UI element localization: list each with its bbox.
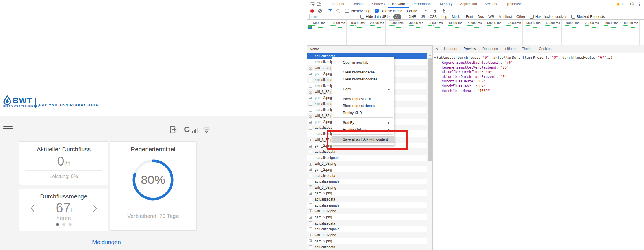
scrollbar-thumb[interactable]: [428, 58, 432, 161]
doc-file-icon: [309, 126, 312, 130]
json-property[interactable]: durchflussJahr: "309": [434, 84, 644, 89]
menu-item-block-request-url[interactable]: Block request URL: [332, 95, 394, 102]
submenu-arrow-icon: ▶: [388, 126, 390, 133]
filter-chip-js[interactable]: JS: [421, 15, 425, 19]
details-tab-response[interactable]: Response: [479, 46, 501, 52]
export-har-icon[interactable]: [441, 8, 447, 14]
request-row[interactable]: wifi_3_32.png: [307, 208, 427, 214]
request-row[interactable]: actualizesignals: [307, 155, 427, 161]
search-icon[interactable]: [335, 8, 341, 14]
filter-chip-css[interactable]: CSS: [430, 15, 437, 19]
filter-chip-doc[interactable]: Doc: [478, 15, 484, 19]
device-toolbar-icon[interactable]: [316, 1, 322, 7]
import-har-icon[interactable]: [432, 8, 438, 14]
issues-warning-badge[interactable]: 1: [616, 2, 623, 6]
tab-lighthouse[interactable]: Lighthouse: [501, 1, 525, 8]
record-network-log-button[interactable]: [310, 9, 314, 13]
settings-gear-icon[interactable]: ⚙: [630, 1, 634, 7]
request-name: actualizesignals: [315, 156, 339, 160]
json-property[interactable]: RegeneriemittelVerbleibend: "80": [434, 65, 644, 70]
json-property[interactable]: durchflussHeute: "67": [434, 79, 644, 84]
filter-chip-all[interactable]: All: [393, 14, 401, 19]
request-row[interactable]: actualizesignals: [307, 226, 427, 232]
wifi-file-icon: [309, 90, 312, 94]
request-row[interactable]: wifi_3_32.png: [307, 232, 427, 238]
tab-sources[interactable]: Sources: [368, 1, 388, 8]
carousel-dots[interactable]: [19, 222, 108, 227]
tab-application[interactable]: Application: [456, 1, 481, 8]
request-row[interactable]: actualizedata: [307, 148, 427, 155]
tab-network[interactable]: Network: [388, 1, 409, 8]
request-row[interactable]: actualizedata: [307, 172, 427, 179]
json-property[interactable]: aktuellerDurchfluss: "0": [434, 70, 644, 74]
preserve-log-checkbox[interactable]: [345, 9, 349, 13]
menu-item-copy[interactable]: Copy▶: [332, 86, 394, 93]
close-details-icon[interactable]: ✕: [433, 47, 441, 51]
filter-chip-other[interactable]: Other: [516, 15, 525, 19]
scroll-up-arrow-icon[interactable]: ▲: [427, 54, 432, 56]
json-summary-line[interactable]: ▼{aktuellerDurchfluss: "0", aktuellerDur…: [434, 55, 644, 60]
filter-input[interactable]: [309, 14, 356, 19]
request-row[interactable]: actualizedata: [307, 220, 427, 226]
request-row[interactable]: gsm_2.png: [307, 166, 427, 172]
menu-hamburger-icon[interactable]: [3, 124, 13, 130]
meldungen-link[interactable]: Meldungen: [92, 239, 121, 246]
tab-memory[interactable]: Memory: [436, 1, 456, 8]
menu-item-replay-xhr[interactable]: Replay XHR: [332, 109, 394, 116]
json-property[interactable]: RegeneriemittelNachfuellenIn: "76": [434, 60, 644, 65]
logout-icon[interactable]: [170, 125, 178, 134]
hide-data-urls-checkbox[interactable]: [360, 15, 364, 19]
filter-chip-ws[interactable]: WS: [488, 15, 494, 19]
request-row[interactable]: actualizesignals: [307, 179, 427, 185]
tab-security[interactable]: Security: [481, 1, 501, 8]
clear-network-log-icon[interactable]: [317, 8, 323, 14]
request-row[interactable]: actualizedata: [307, 196, 427, 203]
has-blocked-cookies-checkbox[interactable]: [530, 15, 534, 19]
details-tab-timing[interactable]: Timing: [519, 46, 536, 52]
request-row[interactable]: wifi_3_32.png: [307, 161, 427, 167]
request-row[interactable]: actualizesignals: [307, 202, 427, 208]
menu-item-clear-browser-cache[interactable]: Clear browser cache: [332, 69, 394, 76]
waterfall-bar: [585, 25, 589, 26]
preview-json-tree[interactable]: ▼{aktuellerDurchfluss: "0", aktuellerDur…: [433, 53, 644, 93]
network-overview-timeline[interactable]: 5000 ms10000 ms15000 ms20000 ms25000 ms3…: [307, 20, 644, 46]
filter-chip-xhr[interactable]: XHR: [409, 15, 416, 19]
waterfall-bar: [350, 25, 354, 26]
context-menu: Open in new tabClear browser cacheClear …: [332, 57, 394, 145]
filter-chip-img[interactable]: Img: [441, 15, 447, 19]
tab-performance[interactable]: Performance: [409, 1, 436, 8]
filter-chip-manifest[interactable]: Manifest: [499, 15, 512, 19]
timeline-tick-label: 85000 ms: [619, 21, 638, 25]
more-options-icon[interactable]: ⋮: [637, 2, 641, 6]
request-list-scrollbar[interactable]: ▲: [427, 53, 432, 250]
inspect-element-icon[interactable]: [309, 1, 316, 7]
json-property[interactable]: aktuellerDurchflussProzent: "0": [434, 74, 644, 79]
request-name: actualizedata: [315, 174, 335, 178]
disable-cache-checkbox[interactable]: ✓: [375, 9, 379, 13]
filter-chip-font[interactable]: Font: [466, 15, 473, 19]
details-tab-cookies[interactable]: Cookies: [536, 46, 554, 52]
filter-chip-media[interactable]: Media: [452, 15, 461, 19]
menu-item-block-request-domain[interactable]: Block request domain: [332, 102, 394, 109]
details-tab-preview[interactable]: Preview: [460, 46, 479, 52]
menu-item-sort-by[interactable]: Sort By▶: [332, 119, 394, 126]
menu-item-save-all-as-har-with-content[interactable]: Save all as HAR with content: [332, 136, 394, 143]
menu-item-header-options[interactable]: Header Options▶: [332, 126, 394, 133]
tab-elements[interactable]: Elements: [326, 1, 348, 8]
throttling-dropdown[interactable]: Online▼: [407, 9, 427, 13]
request-row[interactable]: wifi_3_32.png: [307, 184, 427, 190]
tab-console[interactable]: Console: [348, 1, 368, 8]
regenerant-footer: Verbleibend: 76 Tage: [110, 213, 196, 219]
details-tab-headers[interactable]: Headers: [441, 46, 460, 52]
request-row[interactable]: gsm_2.png: [307, 190, 427, 196]
menu-item-open-in-new-tab[interactable]: Open in new tab: [332, 59, 394, 66]
filter-funnel-icon[interactable]: [327, 8, 333, 14]
blocked-requests-checkbox[interactable]: [571, 15, 575, 19]
request-row[interactable]: actualizedata: [307, 244, 427, 250]
menu-item-clear-browser-cookies[interactable]: Clear browser cookies: [332, 76, 394, 83]
request-row[interactable]: gsm_2.png: [307, 238, 427, 244]
request-row[interactable]: gsm_2.png: [307, 214, 427, 220]
json-property[interactable]: durchflussMonat: "1669": [434, 89, 644, 93]
details-tab-initiator[interactable]: Initiator: [501, 46, 519, 52]
request-type-filters: AllXHRJSCSSImgMediaFontDocWSManifestOthe…: [393, 14, 530, 19]
